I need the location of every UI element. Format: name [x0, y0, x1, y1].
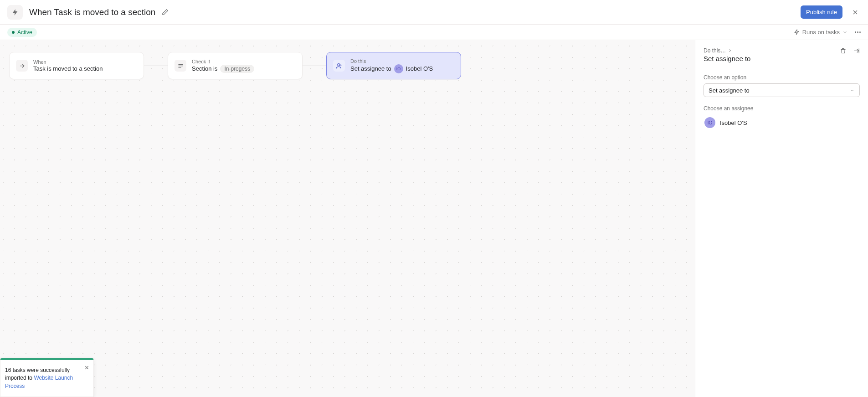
side-panel-title: Set assignee to [704, 55, 750, 62]
connector-line [144, 66, 168, 66]
close-icon[interactable] [850, 7, 861, 18]
toolbar-right: Runs on tasks [794, 29, 861, 36]
trigger-text: When Task is moved to a section [33, 59, 103, 72]
status-badge: Active [7, 28, 37, 37]
chevron-down-icon [842, 30, 847, 35]
action-text: Do this Set assignee to IO Isobel O'S [350, 58, 433, 73]
edit-icon[interactable] [162, 9, 169, 15]
side-panel-title-block: Do this… Set assignee to [704, 47, 750, 71]
condition-desc: Section is In-progess [192, 65, 254, 73]
action-desc: Set assignee to IO Isobel O'S [350, 64, 433, 73]
action-prefix: Set assignee to [350, 65, 391, 72]
runs-on-dropdown[interactable]: Runs on tasks [794, 29, 847, 36]
collapse-icon[interactable] [853, 47, 860, 54]
side-panel-head: Do this… Set assignee to [704, 47, 860, 71]
rule-icon [7, 5, 23, 20]
header: When Task is moved to a section Publish … [0, 0, 868, 25]
toolbar: Active Runs on tasks [0, 25, 868, 40]
chevron-down-icon [850, 88, 855, 93]
flow: When Task is moved to a section Check if… [9, 52, 686, 79]
breadcrumb[interactable]: Do this… [704, 47, 750, 54]
condition-prefix: Section is [192, 65, 217, 72]
header-left: When Task is moved to a section [7, 5, 169, 20]
delete-icon[interactable] [840, 47, 847, 54]
svg-point-0 [337, 63, 339, 66]
connector-line [303, 66, 326, 66]
publish-button[interactable]: Publish rule [801, 5, 842, 19]
more-menu-icon[interactable] [855, 31, 861, 33]
list-icon [175, 60, 186, 72]
condition-label: Check if [192, 59, 254, 64]
canvas[interactable]: When Task is moved to a section Check if… [0, 40, 695, 397]
side-panel: Do this… Set assignee to Choose an optio… [695, 40, 868, 397]
bolt-icon [794, 29, 800, 35]
toast-close-icon[interactable] [84, 365, 90, 371]
assignee-label: Choose an assignee [704, 105, 860, 112]
toast: 16 tasks were successfully imported to W… [0, 358, 94, 397]
trigger-card[interactable]: When Task is moved to a section [9, 52, 144, 79]
side-panel-actions [840, 47, 860, 54]
trigger-desc: Task is moved to a section [33, 65, 103, 72]
assignee-icon [333, 60, 345, 72]
assignee-row[interactable]: IO Isobel O'S [704, 114, 860, 131]
avatar: IO [704, 117, 715, 128]
option-label: Choose an option [704, 74, 860, 81]
option-select[interactable]: Set assignee to [704, 83, 860, 97]
action-label: Do this [350, 58, 433, 64]
header-right: Publish rule [801, 5, 861, 19]
assignee-name: Isobel O'S [720, 119, 747, 126]
action-assignee: Isobel O'S [406, 65, 433, 72]
action-card[interactable]: Do this Set assignee to IO Isobel O'S [326, 52, 461, 79]
page-title: When Task is moved to a section [29, 7, 155, 17]
trigger-label: When [33, 59, 103, 65]
breadcrumb-text: Do this… [704, 47, 726, 54]
condition-text: Check if Section is In-progess [192, 59, 254, 73]
avatar: IO [394, 64, 403, 73]
chevron-right-icon [728, 48, 732, 53]
runs-on-label: Runs on tasks [802, 29, 840, 36]
section-chip: In-progess [220, 65, 254, 73]
condition-card[interactable]: Check if Section is In-progess [168, 52, 303, 79]
select-value: Set assignee to [709, 87, 750, 94]
arrow-right-icon [16, 60, 28, 72]
